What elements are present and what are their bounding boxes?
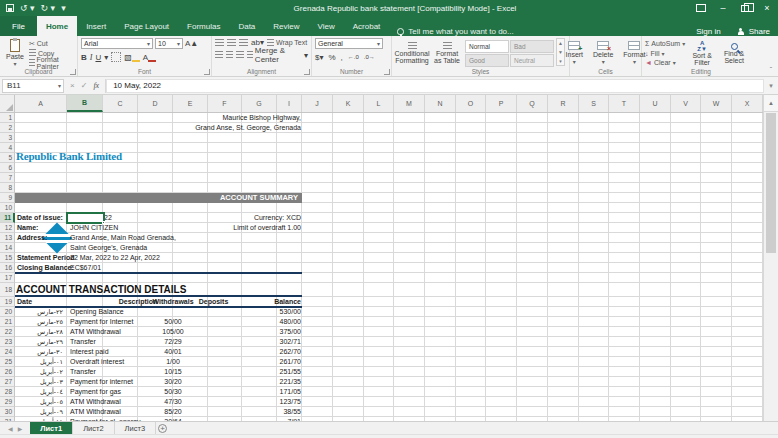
insert-cells-button[interactable]: Insert ▾ bbox=[563, 38, 587, 68]
tab-page-layout[interactable]: Page Layout bbox=[115, 16, 178, 36]
column-header-F[interactable]: F bbox=[208, 95, 242, 112]
borders-icon[interactable] bbox=[111, 52, 121, 62]
column-header-C[interactable]: C bbox=[103, 95, 138, 112]
column-header-A[interactable]: A bbox=[15, 95, 67, 112]
find-select-button[interactable]: Find & Select bbox=[719, 38, 749, 68]
column-header-U[interactable]: U bbox=[640, 95, 671, 112]
row-header-29[interactable]: 29 bbox=[0, 397, 15, 407]
align-center-icon[interactable] bbox=[226, 51, 234, 59]
row-header-8[interactable]: 8 bbox=[0, 183, 15, 193]
font-name-select[interactable]: Arial▾ bbox=[81, 38, 153, 49]
column-header-G[interactable]: G bbox=[242, 95, 277, 112]
tell-me-box[interactable]: Tell me what you want to do... bbox=[389, 27, 521, 36]
row-header-2[interactable]: 2 bbox=[0, 123, 15, 133]
increase-decimal-icon[interactable]: ←.0 bbox=[348, 54, 359, 60]
tab-data[interactable]: Data bbox=[229, 16, 264, 36]
insert-function-icon[interactable]: fx bbox=[93, 81, 99, 90]
sheet-nav-right-icon[interactable]: ▶ bbox=[18, 425, 23, 432]
customize-qat-icon[interactable]: ▾ bbox=[61, 3, 66, 13]
formula-input[interactable]: 10 May, 2022 bbox=[106, 79, 764, 93]
row-header-4[interactable]: 4 bbox=[0, 143, 15, 153]
column-header-W[interactable]: W bbox=[701, 95, 732, 112]
fill-color-icon[interactable]: ▧ bbox=[124, 53, 140, 62]
tab-file[interactable]: File bbox=[0, 16, 37, 36]
merge-center-button[interactable]: Merge & Center▾ bbox=[247, 51, 308, 60]
sign-in-button[interactable]: Sign in bbox=[688, 27, 728, 36]
column-header-L[interactable]: L bbox=[364, 95, 394, 112]
column-header-S[interactable]: S bbox=[579, 95, 609, 112]
font-dialog-launcher-icon[interactable] bbox=[204, 69, 210, 75]
grow-font-icon[interactable]: A▲ bbox=[185, 39, 198, 48]
cell-style-good[interactable]: Good bbox=[465, 54, 509, 67]
row-header-18[interactable]: 18 bbox=[0, 283, 15, 297]
fill-handle[interactable] bbox=[102, 221, 105, 224]
row-header-12[interactable]: 12 bbox=[0, 223, 15, 233]
align-bottom-icon[interactable] bbox=[239, 39, 248, 47]
sheet-nav-left-icon[interactable]: ◀ bbox=[8, 425, 13, 432]
alignment-dialog-launcher-icon[interactable] bbox=[304, 69, 310, 75]
comma-style-icon[interactable]: , bbox=[341, 53, 343, 62]
column-header-P[interactable]: P bbox=[486, 95, 517, 112]
row-header-21[interactable]: 21 bbox=[0, 317, 15, 327]
row-header-13[interactable]: 13 bbox=[0, 233, 15, 243]
column-header-V[interactable]: V bbox=[671, 95, 701, 112]
accounting-format-icon[interactable]: $▾ bbox=[315, 53, 323, 62]
restore-button[interactable] bbox=[734, 0, 756, 16]
clear-button[interactable]: ◄Clear▾ bbox=[645, 58, 685, 67]
column-header-K[interactable]: K bbox=[333, 95, 364, 112]
row-header-27[interactable]: 27 bbox=[0, 377, 15, 387]
vertical-scrollbar[interactable]: ▲ bbox=[763, 95, 778, 421]
sort-filter-button[interactable]: AZ▼ Sort & Filter bbox=[687, 38, 717, 68]
tab-view[interactable]: View bbox=[309, 16, 344, 36]
share-button[interactable]: Share bbox=[729, 27, 778, 36]
format-as-table-button[interactable]: Format as Table bbox=[431, 38, 463, 68]
confirm-entry-icon[interactable]: ✓ bbox=[81, 81, 88, 90]
row-header-6[interactable]: 6 bbox=[0, 163, 15, 173]
close-button[interactable]: × bbox=[756, 0, 778, 16]
column-header-I[interactable]: I bbox=[277, 95, 302, 112]
new-sheet-button[interactable]: + bbox=[156, 422, 169, 434]
clipboard-dialog-launcher-icon[interactable] bbox=[70, 69, 76, 75]
spreadsheet-grid[interactable]: 1234567891011121314151617181920212223242… bbox=[0, 113, 763, 421]
row-header-19[interactable]: 19 bbox=[0, 297, 15, 307]
gallery-more-icon[interactable]: ▾ bbox=[559, 58, 562, 64]
row-header-26[interactable]: 26 bbox=[0, 367, 15, 377]
tab-formulas[interactable]: Formulas bbox=[178, 16, 229, 36]
align-middle-icon[interactable] bbox=[227, 39, 236, 47]
select-all-button[interactable] bbox=[0, 95, 15, 112]
selected-cell-B11[interactable] bbox=[66, 212, 105, 224]
tab-acrobat[interactable]: Acrobat bbox=[344, 16, 390, 36]
scroll-up-icon[interactable]: ▲ bbox=[764, 95, 778, 112]
column-header-Q[interactable]: Q bbox=[517, 95, 548, 112]
format-painter-button[interactable]: Format Painter bbox=[29, 58, 74, 67]
row-header-9[interactable]: 9 bbox=[0, 193, 15, 203]
column-header-R[interactable]: R bbox=[548, 95, 579, 112]
bold-button[interactable]: B bbox=[81, 53, 87, 62]
column-header-M[interactable]: M bbox=[394, 95, 425, 112]
delete-cells-button[interactable]: Delete ▾ bbox=[590, 38, 616, 68]
redo-icon[interactable]: ↻ ▾ bbox=[41, 3, 56, 13]
row-header-17[interactable]: 17 bbox=[0, 273, 15, 283]
column-header-E[interactable]: E bbox=[173, 95, 208, 112]
row-header-22[interactable]: 22 bbox=[0, 327, 15, 337]
cell-style-neutral[interactable]: Neutral bbox=[510, 54, 554, 67]
row-header-16[interactable]: 16 bbox=[0, 263, 15, 273]
row-header-10[interactable]: 10 bbox=[0, 203, 15, 213]
row-header-25[interactable]: 25 bbox=[0, 357, 15, 367]
sheet-tab-Лист2[interactable]: Лист2 bbox=[73, 422, 114, 434]
row-header-30[interactable]: 30 bbox=[0, 407, 15, 417]
name-box-dropdown-icon[interactable]: ▾ bbox=[58, 82, 63, 89]
cell-style-bad[interactable]: Bad bbox=[510, 40, 554, 53]
cancel-entry-icon[interactable]: × bbox=[70, 81, 75, 90]
scrollbar-thumb[interactable] bbox=[766, 113, 776, 253]
row-header-14[interactable]: 14 bbox=[0, 243, 15, 253]
font-size-select[interactable]: 10▾ bbox=[155, 38, 183, 49]
cut-button[interactable]: ✂Cut bbox=[29, 39, 74, 48]
save-icon[interactable] bbox=[6, 4, 14, 12]
formula-bar-expand-icon[interactable]: ▾ bbox=[764, 82, 778, 90]
tab-home[interactable]: Home bbox=[37, 16, 77, 36]
row-header-7[interactable]: 7 bbox=[0, 173, 15, 183]
column-header-D[interactable]: D bbox=[138, 95, 173, 112]
column-header-X[interactable]: X bbox=[732, 95, 763, 112]
row-header-1[interactable]: 1 bbox=[0, 113, 15, 123]
